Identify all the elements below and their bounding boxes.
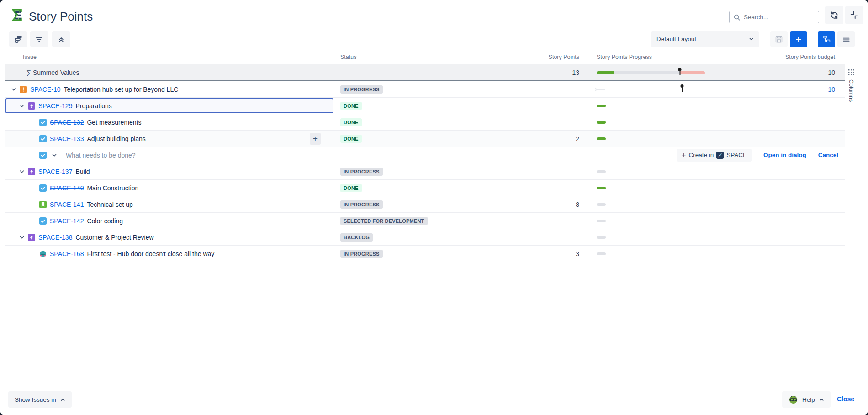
budget-cell[interactable]: 10 — [744, 86, 835, 93]
issue-row[interactable]: SPACE-137 Build IN PROGRESS — [5, 163, 845, 180]
progress-cell — [597, 229, 715, 245]
plus-icon — [794, 35, 803, 43]
status-badge[interactable]: IN PROGRESS — [340, 168, 383, 176]
budget-slider[interactable] — [595, 88, 683, 91]
layout-selector[interactable]: Default Layout — [651, 31, 759, 47]
collapse-corners-icon — [850, 11, 859, 20]
progress-pill — [597, 170, 606, 173]
add-button[interactable] — [790, 31, 807, 47]
issue-key-link[interactable]: SPACE-129 — [38, 102, 72, 110]
new-issue-summary-input[interactable] — [66, 152, 258, 159]
refresh-button[interactable] — [825, 6, 843, 24]
progress-pill — [597, 220, 606, 222]
issue-summary: First test - Hub door doesn't close all … — [87, 250, 214, 257]
save-icon — [774, 35, 783, 44]
status-badge[interactable]: SELECTED FOR DEVELOPMENT — [340, 217, 428, 225]
column-header-issue[interactable]: Issue — [23, 54, 37, 60]
issue-row[interactable]: SPACE-132 Get measurements DONE — [5, 114, 845, 131]
summed-story-points: 13 — [488, 69, 579, 76]
progress-pill — [597, 236, 606, 239]
story-points-cell[interactable]: 3 — [488, 250, 579, 257]
progress-cell — [597, 180, 715, 196]
progress-cell — [597, 163, 715, 179]
status-badge[interactable]: IN PROGRESS — [340, 85, 383, 94]
status-badge[interactable]: DONE — [340, 184, 362, 192]
exit-fullscreen-button[interactable] — [845, 6, 863, 24]
summed-budget: 10 — [744, 69, 835, 76]
budget-slider-pin[interactable] — [681, 84, 684, 88]
status-badge[interactable]: DONE — [340, 118, 362, 126]
issue-key-link[interactable]: SPACE-132 — [50, 119, 84, 126]
help-button[interactable]: Help — [782, 391, 831, 408]
issue-summary: Get measurements — [87, 119, 141, 126]
tree-view-button[interactable] — [818, 31, 835, 47]
issue-row[interactable]: SPACE-141 Technical set up IN PROGRESS 8 — [5, 196, 845, 213]
issue-row[interactable]: SPACE-138 Customer & Project Review BACK… — [5, 229, 845, 246]
status-badge[interactable]: DONE — [340, 135, 362, 143]
search-input[interactable] — [744, 14, 815, 21]
issue-key-link[interactable]: SPACE-142 — [50, 217, 84, 225]
summed-values-label: Summed Values — [33, 69, 79, 76]
progress-cell — [597, 131, 715, 147]
issue-summary: Technical set up — [87, 201, 132, 208]
issue-key-link[interactable]: SPACE-141 — [50, 201, 84, 208]
filter-button[interactable] — [30, 31, 48, 47]
progress-cell — [597, 246, 715, 262]
group-by-button[interactable] — [9, 31, 27, 47]
issue-key-link[interactable]: SPACE-137 — [38, 168, 72, 175]
plus-icon: + — [682, 151, 686, 159]
budget-marker-pin[interactable] — [678, 68, 682, 71]
project-key: SPACE — [726, 152, 747, 158]
expand-chevron-icon[interactable] — [19, 235, 25, 240]
issue-key-link[interactable]: SPACE-168 — [50, 250, 84, 257]
sigma-icon: ∑ — [26, 69, 31, 76]
collapse-all-button[interactable] — [52, 31, 70, 47]
table-header: Issue Status Story Points Story Points P… — [5, 51, 845, 64]
status-badge[interactable]: BACKLOG — [340, 233, 373, 242]
issue-cell: SPACE-137 Build — [5, 163, 333, 179]
create-in-project-button[interactable]: + Create in SPACE — [677, 149, 752, 162]
expand-chevron-icon[interactable] — [19, 169, 25, 174]
progress-done-segment — [597, 71, 614, 74]
task-issue-type-icon — [39, 135, 47, 142]
issue-row[interactable]: SPACE-133 Adjust building plans + DONE 2 — [5, 131, 845, 147]
status-badge[interactable]: DONE — [340, 102, 362, 110]
layout-selector-value: Default Layout — [656, 36, 696, 42]
save-layout-button[interactable] — [770, 31, 788, 47]
cancel-link[interactable]: Cancel — [818, 152, 838, 158]
progress-cell — [597, 196, 715, 212]
expand-chevron-icon[interactable] — [11, 87, 16, 92]
story-points-cell[interactable]: 8 — [488, 201, 579, 208]
issue-summary: Preparations — [75, 102, 111, 110]
issue-key-link[interactable]: SPACE-138 — [38, 234, 72, 241]
story-points-cell[interactable]: 2 — [488, 135, 579, 142]
open-in-dialog-link[interactable]: Open in dialog — [763, 152, 806, 158]
column-header-story-points-budget[interactable]: Story Points budget — [744, 54, 835, 60]
issue-key-link[interactable]: SPACE-10 — [30, 86, 61, 93]
column-header-status[interactable]: Status — [340, 54, 356, 60]
task-issue-type-icon — [39, 184, 47, 192]
issue-summary: Teleportation hub set up for Beyond LLC — [64, 86, 179, 93]
status-badge[interactable]: IN PROGRESS — [340, 250, 383, 258]
main-menu-button[interactable] — [837, 31, 855, 47]
status-badge[interactable]: IN PROGRESS — [340, 200, 383, 209]
issue-row[interactable]: SPACE-142 Color coding SELECTED FOR DEVE… — [5, 213, 845, 229]
show-issues-in-button[interactable]: Show Issues in — [8, 391, 72, 408]
issue-cell: SPACE-10 Teleportation hub set up for Be… — [5, 81, 333, 97]
issue-row[interactable]: SPACE-140 Main Construction DONE — [5, 180, 845, 196]
add-child-button[interactable]: + — [310, 133, 321, 145]
column-header-story-points-progress[interactable]: Story Points Progress — [597, 54, 652, 60]
issue-row[interactable]: SPACE-10 Teleportation hub set up for Be… — [5, 81, 845, 98]
columns-panel-tab[interactable]: Columns — [848, 69, 854, 102]
issue-type-selector-chevron-icon[interactable] — [52, 152, 57, 158]
close-link[interactable]: Close — [837, 395, 854, 403]
issue-row[interactable]: SPACE-129 Preparations DONE — [5, 98, 845, 114]
issue-row[interactable]: SPACE-168 First test - Hub door doesn't … — [5, 246, 845, 262]
expand-chevron-icon[interactable] — [19, 103, 25, 109]
issue-cell: SPACE-129 Preparations — [5, 98, 333, 114]
task-issue-type-icon[interactable] — [39, 152, 47, 159]
column-header-story-points[interactable]: Story Points — [488, 54, 579, 60]
issue-key-link[interactable]: SPACE-133 — [50, 135, 84, 142]
issue-key-link[interactable]: SPACE-140 — [50, 184, 84, 192]
grip-dots-icon — [848, 69, 854, 75]
